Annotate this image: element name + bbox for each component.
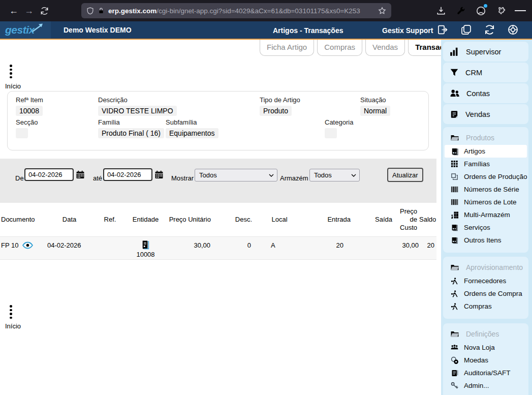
- situacao-value: Normal: [360, 106, 390, 116]
- definicoes-section-header: Definições: [443, 327, 528, 341]
- sidebar-item-outros-itens[interactable]: Outros Itens: [443, 234, 528, 247]
- produtos-section-header: Produtos: [443, 131, 528, 145]
- seccao-label: Secção: [16, 118, 38, 126]
- sidebar-item-contas[interactable]: Contas: [443, 83, 528, 103]
- lock-icon[interactable]: [98, 7, 105, 14]
- browser-back-button[interactable]: ←: [6, 3, 21, 18]
- col-entidade: Entidade: [126, 216, 165, 224]
- sidebar-section-definicoes: Definições Nova Loja Moedas Auditoria/SA…: [443, 323, 528, 395]
- armazem-select[interactable]: Todos: [309, 169, 360, 181]
- shield-icon[interactable]: [86, 7, 94, 15]
- col-saldo: Saldo: [419, 216, 436, 224]
- row-entrada: 20: [292, 241, 351, 249]
- view-document-eye-icon[interactable]: [22, 241, 33, 249]
- row-documento: FP 10: [1, 241, 18, 249]
- row-preco-custo: 30,00: [394, 241, 419, 249]
- tools-wrench-icon[interactable]: [455, 5, 466, 16]
- gestix-logo[interactable]: gestix: [0, 21, 51, 39]
- company-name: Demo Westix DEMO: [64, 26, 132, 34]
- mostrar-select[interactable]: Todos: [195, 169, 277, 181]
- help-lifebuoy-icon[interactable]: [507, 24, 519, 36]
- catalog-icon: [450, 224, 459, 231]
- entity-document-icon[interactable]: [141, 240, 150, 250]
- mostrar-select-value: Todos: [199, 171, 217, 179]
- ref-item-label: Refª Item: [16, 96, 43, 104]
- descricao-value: VIDRO TESTE LIMPO: [98, 106, 177, 116]
- address-bar[interactable]: erp.gestix.com/cgi-bin/gnet-app.cgi?sid=…: [81, 3, 391, 18]
- menu-hamburger-icon[interactable]: [515, 5, 526, 16]
- tab-ficha-artigo[interactable]: Ficha Artigo: [260, 40, 314, 56]
- row-entidade-ref[interactable]: 10008: [136, 251, 154, 258]
- row-entidade: 10008: [126, 240, 165, 258]
- downloads-icon[interactable]: [435, 5, 447, 16]
- browser-forward-button[interactable]: →: [21, 3, 37, 18]
- url-text: erp.gestix.com/cgi-bin/gnet-app.cgi?sid=…: [108, 7, 375, 15]
- sidebar-item-familias[interactable]: Famílias: [443, 158, 528, 170]
- sidebar-item-fornecedores[interactable]: Fornecedores: [443, 275, 528, 287]
- sidebar-item-nova-loja[interactable]: Nova Loja: [443, 341, 528, 354]
- col-preco-custo: Preço de Custo: [394, 207, 419, 232]
- atualizar-button[interactable]: Atualizar: [387, 168, 423, 182]
- article-summary-panel: Refª Item 10008 Descrição VIDRO TESTE LI…: [7, 91, 429, 150]
- de-label: De: [15, 174, 24, 182]
- familia-label: Família: [98, 118, 164, 126]
- account-icon[interactable]: [475, 5, 486, 16]
- mostrar-label: Mostrar: [171, 174, 194, 182]
- sidebar-item-crm[interactable]: CRM: [443, 63, 528, 82]
- calendar-from-icon[interactable]: [76, 170, 85, 179]
- support-link[interactable]: Gestix Support: [382, 26, 433, 35]
- walker-icon: [450, 302, 459, 311]
- table-row: FP 10 04-02-2026 10008 30,00 0 A 20 30,0…: [0, 236, 436, 260]
- date-to-input[interactable]: [103, 168, 152, 181]
- sidebar-item-admin[interactable]: Admin...: [443, 379, 528, 392]
- sidebar-item-supervisor[interactable]: Supervisor: [443, 42, 528, 62]
- sidebar-item-moedas[interactable]: Moedas: [443, 354, 528, 367]
- sidebar-item-servicos[interactable]: Serviços: [443, 221, 528, 234]
- browser-reload-button[interactable]: [37, 3, 52, 18]
- filter-bar: De até Mostrar Todos Armazém Todos Atual…: [0, 159, 436, 203]
- folder-icon: [450, 329, 460, 338]
- sidebar-item-compras[interactable]: Compras: [443, 300, 528, 313]
- armazem-label: Armazém: [280, 174, 308, 182]
- tab-vendas[interactable]: Vendas: [365, 40, 405, 56]
- duplicate-window-icon[interactable]: [460, 24, 472, 36]
- extensions-puzzle-icon[interactable]: [495, 5, 506, 16]
- subfamilia-value: Equipamentos: [166, 128, 218, 138]
- ate-label: até: [93, 174, 102, 182]
- sidebar-item-auditoria-saft[interactable]: Auditoria/SAFT: [443, 367, 528, 379]
- walker-icon: [450, 277, 459, 285]
- inicio-link-bottom[interactable]: Início: [5, 322, 21, 330]
- sidebar-item-ordens-de-compra[interactable]: Ordens de Compra: [443, 287, 528, 300]
- inicio-menu-bottom-kebab-icon[interactable]: [10, 305, 12, 319]
- sidebar-item-numeros-de-serie[interactable]: Números de Série: [443, 183, 528, 196]
- walker-icon: [450, 290, 459, 298]
- sidebar-item-artigos[interactable]: Artigos: [445, 145, 527, 158]
- sidebar-item-vendas[interactable]: Vendas: [443, 104, 528, 124]
- sidebar-section-produtos: Produtos Artigos Famílias Ordens de Prod…: [443, 127, 528, 253]
- col-data: Data: [45, 216, 94, 224]
- warehouse-icon: [450, 211, 459, 219]
- sidebar-item-multi-armazem[interactable]: Multi-Armazém: [443, 208, 528, 221]
- col-local: Local: [254, 216, 292, 224]
- inicio-menu-top-kebab-icon[interactable]: [10, 65, 12, 78]
- col-desc: Desc.: [213, 216, 254, 224]
- folder-icon: [450, 133, 460, 142]
- notification-dot: [484, 4, 487, 8]
- inicio-link-top[interactable]: Início: [5, 82, 21, 90]
- transactions-table-header: Documento Data Ref. Entidade Preço Unitá…: [0, 203, 436, 236]
- row-data: 04-02-2026: [45, 241, 94, 249]
- tab-compras[interactable]: Compras: [317, 40, 362, 56]
- chevron-down-icon: [351, 174, 356, 177]
- date-from-input[interactable]: [24, 168, 74, 181]
- sidebar-item-ordens-de-producao[interactable]: Ordens de Produção: [443, 170, 528, 183]
- logout-icon[interactable]: [437, 24, 449, 36]
- col-entrada: Entrada: [292, 216, 351, 224]
- header-actions: [437, 24, 519, 36]
- sidebar-item-numeros-de-lote[interactable]: Números de Lote: [443, 196, 528, 208]
- refresh-icon[interactable]: [484, 24, 495, 36]
- chevron-down-icon: [269, 174, 274, 177]
- calendar-to-icon[interactable]: [154, 170, 164, 179]
- categoria-label: Categoria: [325, 118, 353, 126]
- bookmark-star-icon[interactable]: [378, 7, 386, 15]
- sidebar-section-aprovisionamento: Aprovisionamento Fornecedores Ordens de …: [443, 257, 528, 319]
